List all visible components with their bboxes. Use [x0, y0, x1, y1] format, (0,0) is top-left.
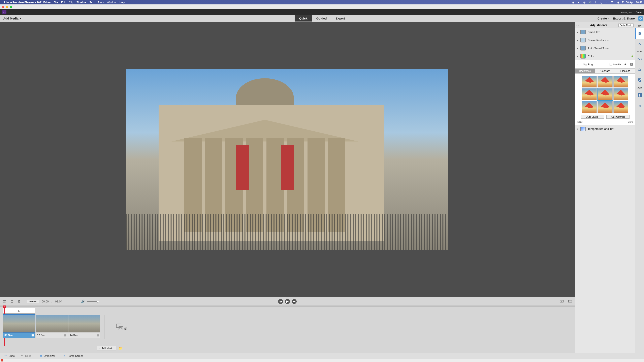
- tool-transitions[interactable]: [635, 75, 644, 85]
- preset-8[interactable]: [598, 101, 612, 113]
- tool-fx[interactable]: fx: [635, 64, 644, 75]
- preview-frame[interactable]: [126, 69, 448, 250]
- export-share-button[interactable]: Export & Share: [613, 17, 635, 20]
- preset-5[interactable]: [598, 88, 612, 100]
- clip-menu-icon[interactable]: ▾: [64, 316, 67, 319]
- trim-handle-right[interactable]: [67, 321, 68, 327]
- help-icon[interactable]: ?: [630, 63, 633, 66]
- auto-levels-button[interactable]: Auto Levels: [580, 115, 604, 119]
- menu-tools[interactable]: Tools: [98, 1, 104, 4]
- menubar-date[interactable]: Fri 30 Apr: [622, 1, 633, 4]
- preset-9[interactable]: [614, 101, 628, 113]
- volume-icon[interactable]: 🔊: [588, 0, 592, 4]
- preset-4[interactable]: [582, 88, 597, 100]
- preset-1[interactable]: [582, 76, 597, 87]
- trim-handle-right[interactable]: [34, 321, 35, 327]
- wifi-icon[interactable]: ◡: [600, 0, 603, 4]
- menubar-time[interactable]: 10:42: [636, 1, 642, 4]
- subtab-exposure[interactable]: Exposure: [615, 69, 635, 73]
- trim-handle-left[interactable]: [68, 321, 69, 327]
- render-button[interactable]: Render: [27, 300, 39, 303]
- reset-link[interactable]: Reset: [578, 121, 583, 123]
- next-button[interactable]: ⏭: [292, 299, 297, 304]
- clip-1[interactable]: ▾ 38 Sec▦: [3, 315, 35, 338]
- minimize-window-button[interactable]: [6, 6, 8, 8]
- tool-titles[interactable]: T: [635, 90, 644, 100]
- clip-3[interactable]: ▾ 14 Sec▦: [68, 315, 100, 338]
- search-icon[interactable]: ⌕: [605, 0, 608, 4]
- adj-lighting-header[interactable]: ▼ Lighting Auto Fix 👁 ?: [575, 60, 635, 68]
- adj-temperature-tint[interactable]: ▶Temperature and Tint: [575, 125, 635, 133]
- clip-grip-icon[interactable]: [4, 316, 7, 318]
- dropzone-menu-icon[interactable]: ▾: [124, 327, 128, 330]
- error-indicator-icon[interactable]: ✕: [1, 359, 3, 362]
- tab-quick[interactable]: Quick: [295, 15, 312, 21]
- timeline-ruler[interactable]: [0, 306, 575, 307]
- clip-menu-icon[interactable]: ▾: [96, 316, 100, 319]
- menu-window[interactable]: Window: [107, 1, 116, 4]
- entire-movie-button[interactable]: Entire Movie: [618, 23, 634, 27]
- settings-gear-icon[interactable]: [638, 16, 643, 21]
- quality-icon[interactable]: [560, 299, 564, 304]
- snapshot-icon[interactable]: [2, 299, 7, 304]
- trim-handle-left[interactable]: [3, 321, 4, 327]
- more-link[interactable]: More: [628, 121, 633, 123]
- play-button[interactable]: ▶: [285, 299, 290, 304]
- clock-icon[interactable]: ◷: [582, 0, 586, 4]
- adj-smart-fix[interactable]: ▶Smart Fix: [575, 28, 635, 36]
- add-music-button[interactable]: ♪ Add Music: [96, 346, 116, 351]
- tool-tools[interactable]: ✕: [635, 39, 644, 49]
- collapse-panel-icon[interactable]: ▸▸: [576, 24, 579, 26]
- menu-edit[interactable]: Edit: [61, 1, 66, 4]
- preset-6[interactable]: [614, 88, 628, 100]
- control-center-icon[interactable]: ☰: [611, 0, 614, 4]
- menu-clip[interactable]: Clip: [69, 1, 73, 4]
- siri-icon[interactable]: ◉: [616, 0, 620, 4]
- home-screen-button[interactable]: ⌂Home Screen: [60, 354, 85, 359]
- tab-guided[interactable]: Guided: [312, 15, 331, 21]
- media-dropzone[interactable]: ▾: [104, 315, 136, 339]
- app-name[interactable]: Adobe Premiere Elements 2021 Editor: [4, 1, 51, 4]
- subtab-contrast[interactable]: Contrast: [595, 69, 615, 73]
- close-window-button[interactable]: [2, 6, 4, 8]
- trim-handle-left[interactable]: [36, 321, 37, 327]
- create-button[interactable]: Create: [598, 17, 610, 20]
- menu-text[interactable]: Text: [90, 1, 94, 4]
- bluetooth-icon[interactable]: ᛒ: [594, 0, 597, 4]
- adj-shake-reduction[interactable]: ▶Shake Reduction: [575, 36, 635, 44]
- folder-icon[interactable]: 📁: [118, 347, 122, 350]
- marker-icon[interactable]: [10, 299, 14, 304]
- auto-fix-checkbox[interactable]: Auto Fix: [610, 63, 621, 66]
- auto-contrast-button[interactable]: Auto Contrast: [606, 115, 630, 119]
- save-button[interactable]: Save: [636, 11, 642, 14]
- menu-help[interactable]: Help: [120, 1, 125, 4]
- menu-file[interactable]: File: [54, 1, 58, 4]
- adj-color[interactable]: ▶Color: [575, 52, 635, 60]
- adj-auto-smart-tone[interactable]: ▶Auto Smart Tone: [575, 44, 635, 52]
- prev-button[interactable]: ⏮: [278, 299, 283, 304]
- notification-icon[interactable]: ▲: [577, 0, 580, 4]
- record-icon[interactable]: ◉: [571, 0, 574, 4]
- tool-music[interactable]: ♫: [635, 100, 644, 111]
- subtab-brightness[interactable]: Brightness: [575, 69, 595, 73]
- clip-menu-icon[interactable]: ▾: [31, 316, 34, 319]
- organizer-button[interactable]: ▦Organizer: [37, 354, 57, 359]
- tool-adjust[interactable]: [635, 28, 644, 39]
- add-media-button[interactable]: Add Media: [1, 15, 23, 21]
- speaker-icon[interactable]: 🔊: [81, 300, 85, 303]
- clip-2[interactable]: ▾ 12 Sec▦: [36, 315, 68, 338]
- trim-handle-right[interactable]: [100, 321, 100, 327]
- undo-button[interactable]: ↶Undo: [2, 354, 17, 359]
- volume-slider[interactable]: [87, 301, 99, 302]
- preset-7[interactable]: [582, 101, 597, 113]
- preset-3[interactable]: [614, 76, 628, 87]
- tool-fx-pen[interactable]: fx✎: [635, 54, 644, 64]
- trash-icon[interactable]: [17, 299, 21, 304]
- menu-timeline[interactable]: Timeline: [77, 1, 86, 4]
- redo-button[interactable]: ↷Redo: [18, 354, 34, 359]
- fullscreen-icon[interactable]: [568, 299, 572, 304]
- tab-expert[interactable]: Expert: [331, 15, 349, 21]
- preset-2[interactable]: [598, 76, 612, 87]
- eye-icon[interactable]: 👁: [624, 63, 627, 66]
- title-track-slot[interactable]: To: [3, 308, 35, 314]
